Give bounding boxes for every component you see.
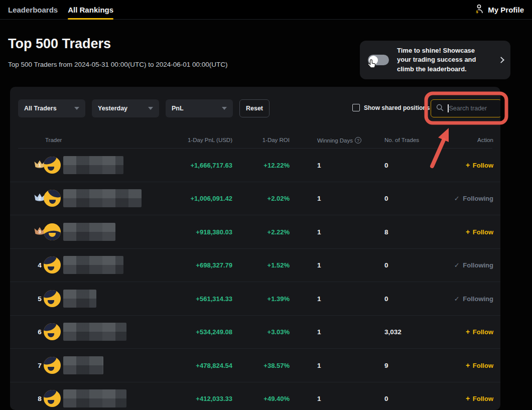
- reset-button[interactable]: Reset: [239, 99, 270, 117]
- trader-avatar[interactable]: [44, 223, 61, 240]
- trader-name-blurred: [63, 256, 123, 274]
- trader-name-blurred: [63, 290, 96, 308]
- winning-days-value: 1: [317, 161, 321, 169]
- follow-button[interactable]: + Follow: [466, 228, 493, 236]
- page-title: Top 500 Traders: [8, 36, 111, 52]
- roi-value: +12.22%: [263, 161, 290, 169]
- trader-name-blurred: [63, 356, 103, 374]
- pnl-value: +478,824.54: [196, 361, 232, 369]
- trades-value: 3,032: [384, 328, 402, 336]
- table-row: 5 +561,314.33 +1.39% 1 0 ✓ Following: [10, 282, 500, 316]
- follow-label: Following: [461, 195, 493, 202]
- pnl-value: +1,666,717.63: [191, 161, 233, 169]
- tab-leaderboards[interactable]: Leaderboards: [8, 0, 58, 20]
- follow-label: Follow: [471, 395, 493, 402]
- table-row: 8 +412,033.33 +49.40% 1 0 + Follow: [10, 382, 500, 410]
- table-row: 6 +534,249.08 +3.03% 1 3,032 + Follow: [10, 316, 500, 349]
- trader-avatar[interactable]: [44, 390, 61, 407]
- follow-button[interactable]: ✓ Following: [454, 295, 493, 302]
- plus-icon: +: [466, 228, 470, 236]
- winning-days-value: 1: [317, 328, 321, 336]
- plus-icon: +: [466, 394, 470, 402]
- trader-name-blurred: [63, 156, 123, 174]
- trader-type-dropdown[interactable]: All Traders: [18, 99, 85, 117]
- table-body: 1 +1,666,717.63 +12.22% 1 0 + Follow 2 +…: [10, 149, 500, 410]
- promo-text: Time to shine! Showcase your trading suc…: [397, 46, 490, 74]
- roi-value: +1.39%: [268, 295, 290, 302]
- trades-value: 0: [384, 295, 388, 302]
- trader-name-blurred: [63, 389, 126, 407]
- plus-icon: +: [466, 361, 470, 369]
- pnl-value: +1,006,091.42: [191, 195, 233, 202]
- trades-value: 0: [384, 261, 388, 269]
- chevron-right-icon: [498, 57, 504, 63]
- pnl-value: +412,033.33: [196, 395, 232, 402]
- follow-button[interactable]: + Follow: [466, 394, 493, 402]
- chevron-down-icon: [222, 107, 227, 110]
- trader-avatar[interactable]: [44, 256, 61, 274]
- trader-avatar[interactable]: [44, 190, 61, 207]
- col-winning-days: Winning Days: [317, 137, 361, 144]
- check-icon: ✓: [454, 295, 460, 302]
- follow-label: Follow: [471, 162, 493, 169]
- roi-value: +2.22%: [268, 228, 290, 235]
- showcase-promo-card[interactable]: Time to shine! Showcase your trading suc…: [360, 41, 510, 79]
- follow-button[interactable]: ✓ Following: [454, 261, 493, 269]
- follow-button[interactable]: ✓ Following: [454, 195, 493, 202]
- trader-avatar[interactable]: [44, 290, 61, 307]
- mouse-hand-cursor-icon: [366, 59, 377, 73]
- profile-money-icon: $: [473, 4, 484, 16]
- col-pnl: 1-Day PnL (USD): [188, 137, 232, 143]
- text-cursor: [448, 104, 449, 112]
- table-row: 3 +918,380.03 +2.22% 1 8 + Follow: [10, 215, 500, 249]
- pnl-value: +561,314.33: [196, 295, 232, 302]
- trader-avatar[interactable]: [44, 357, 61, 374]
- table-row: 2 +1,006,091.42 +2.02% 1 0 ✓ Following: [10, 182, 500, 216]
- svg-text:1: 1: [38, 162, 41, 167]
- winning-days-value: 1: [317, 261, 321, 269]
- my-profile-button[interactable]: $ My Profile: [473, 4, 524, 16]
- page-subtitle: Top 500 Traders from 2024-05-31 00:00(UT…: [8, 61, 227, 68]
- follow-button[interactable]: + Follow: [466, 161, 493, 169]
- col-action: Action: [477, 137, 493, 143]
- info-icon[interactable]: [355, 137, 361, 144]
- plus-icon: +: [466, 328, 470, 336]
- winning-days-value: 1: [317, 228, 321, 235]
- table-row: 4 +698,327.79 +1.52% 1 0 ✓ Following: [10, 249, 500, 283]
- trader-type-value: All Traders: [24, 105, 57, 112]
- check-icon: ✓: [454, 195, 460, 202]
- metric-dropdown[interactable]: PnL: [166, 99, 233, 117]
- follow-label: Following: [461, 295, 493, 302]
- winning-days-value: 1: [317, 361, 321, 369]
- trades-value: 0: [384, 161, 388, 169]
- follow-label: Following: [461, 261, 493, 269]
- winning-days-value: 1: [317, 395, 321, 402]
- trader-avatar[interactable]: [44, 157, 61, 174]
- trader-name-blurred: [63, 189, 142, 207]
- roi-value: +3.03%: [268, 328, 290, 336]
- winning-days-value: 1: [317, 195, 321, 202]
- follow-label: Follow: [471, 362, 493, 369]
- period-value: Yesterday: [98, 105, 127, 112]
- trader-avatar[interactable]: [44, 323, 61, 340]
- tab-all-rankings[interactable]: All Rankings: [68, 0, 113, 20]
- shared-positions-checkbox[interactable]: [352, 104, 360, 111]
- shared-positions-checkbox-group[interactable]: Show shared positions only: [352, 104, 444, 111]
- trader-name-blurred: [63, 223, 115, 241]
- search-trader-box[interactable]: [431, 99, 500, 117]
- pnl-value: +918,380.03: [196, 228, 232, 235]
- chevron-down-icon: [148, 107, 153, 110]
- table-row: 7 +478,824.54 +38.57% 1 9 + Follow: [10, 349, 500, 382]
- top-nav: Leaderboards All Rankings $ My Profile: [0, 0, 532, 20]
- follow-button[interactable]: + Follow: [466, 328, 493, 336]
- period-dropdown[interactable]: Yesterday: [92, 99, 159, 117]
- roi-value: +1.52%: [268, 261, 290, 269]
- table-row: 1 +1,666,717.63 +12.22% 1 0 + Follow: [10, 149, 500, 182]
- follow-button[interactable]: + Follow: [466, 361, 493, 369]
- pnl-value: +698,327.79: [196, 261, 232, 269]
- chevron-down-icon: [74, 107, 79, 110]
- col-trader: Trader: [45, 137, 62, 143]
- search-trader-input[interactable]: [449, 105, 498, 112]
- search-icon: [436, 104, 444, 113]
- plus-icon: +: [466, 161, 470, 169]
